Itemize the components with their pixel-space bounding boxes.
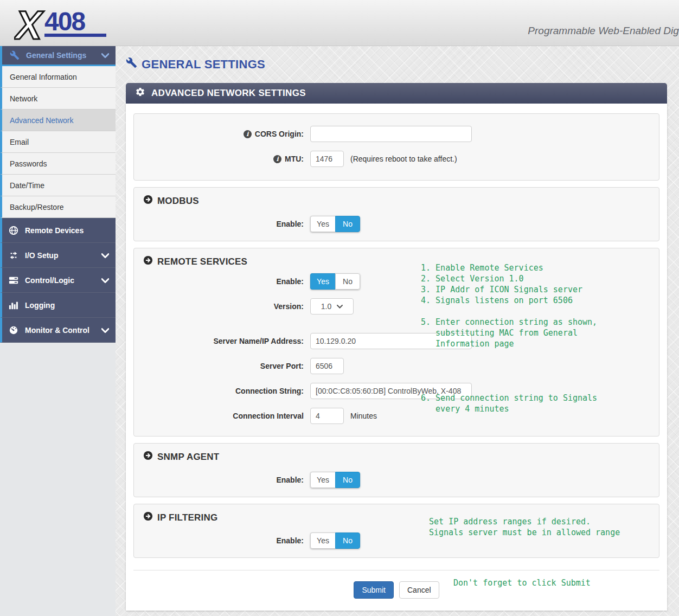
sidebar-item-label: General Settings bbox=[26, 51, 86, 60]
chevron-down-icon bbox=[101, 251, 109, 260]
sidebar-item-email[interactable]: Email bbox=[0, 131, 116, 153]
server-icon bbox=[9, 275, 18, 285]
ip-enable-label: Enable: bbox=[134, 536, 310, 545]
io-arrows-icon bbox=[9, 251, 18, 260]
sidebar: General Settings General Information Net… bbox=[0, 46, 116, 616]
sidebar-item-label: Network bbox=[10, 94, 37, 103]
sidebar-item-label: Advanced Network bbox=[10, 116, 74, 125]
wrench-icon bbox=[126, 57, 137, 72]
annotation-step-5: 5. Enter connection string as shown, sub… bbox=[421, 317, 597, 349]
snmp-enable-toggle: Yes No bbox=[310, 472, 360, 488]
sidebar-item-network[interactable]: Network bbox=[0, 88, 116, 110]
chevron-down-icon bbox=[337, 305, 343, 309]
bar-chart-icon bbox=[9, 300, 18, 310]
version-select[interactable]: 1.0 bbox=[310, 298, 354, 315]
sidebar-item-label: Date/Time bbox=[10, 181, 44, 190]
server-port-input[interactable] bbox=[310, 358, 344, 374]
chevron-down-icon bbox=[101, 326, 109, 335]
cancel-button[interactable]: Cancel bbox=[399, 581, 439, 599]
sidebar-item-io-setup[interactable]: I/O Setup bbox=[0, 243, 116, 268]
general-network-box: i CORS Origin: i MTU: (Requires reboot t… bbox=[133, 113, 659, 181]
product-tagline: Programmable Web-Enabled Digi bbox=[528, 25, 679, 37]
sidebar-item-general-information[interactable]: General Information bbox=[0, 66, 116, 88]
mtu-note: (Requires reboot to take affect.) bbox=[350, 155, 457, 163]
mtu-input[interactable] bbox=[310, 151, 344, 167]
ip-enable-yes[interactable]: Yes bbox=[310, 532, 335, 549]
panel-title-bar: ADVANCED NETWORK SETTINGS bbox=[126, 83, 667, 104]
modbus-enable-no[interactable]: No bbox=[335, 216, 360, 232]
remote-enable-label: Enable: bbox=[134, 277, 310, 286]
sidebar-item-label: I/O Setup bbox=[25, 251, 58, 260]
connection-string-label: Connection String: bbox=[134, 387, 310, 395]
gauge-icon bbox=[9, 325, 18, 335]
remote-enable-toggle: Yes No bbox=[310, 273, 360, 290]
modbus-enable-label: Enable: bbox=[134, 220, 310, 228]
snmp-enable-yes[interactable]: Yes bbox=[310, 472, 335, 488]
arrow-circle-right-icon bbox=[143, 255, 153, 268]
settings-card: i CORS Origin: i MTU: (Requires reboot t… bbox=[126, 104, 667, 611]
arrow-circle-right-icon bbox=[143, 511, 153, 524]
connection-interval-label: Connection Interval bbox=[134, 412, 310, 420]
sidebar-item-general-settings[interactable]: General Settings bbox=[0, 46, 116, 66]
top-header: X 408 Programmable Web-Enabled Digi bbox=[0, 0, 679, 46]
cors-origin-label: i CORS Origin: bbox=[134, 130, 310, 138]
snmp-heading: SNMP AGENT bbox=[134, 444, 659, 465]
modbus-enable-toggle: Yes No bbox=[310, 216, 360, 232]
interval-unit: Minutes bbox=[350, 412, 377, 420]
server-name-label: Server Name/IP Address: bbox=[134, 337, 310, 345]
ip-enable-no[interactable]: No bbox=[335, 532, 360, 549]
logo-x-glyph: X bbox=[14, 3, 44, 47]
version-label: Version: bbox=[134, 302, 310, 311]
server-port-label: Server Port: bbox=[134, 362, 310, 370]
info-icon[interactable]: i bbox=[244, 130, 252, 138]
sidebar-item-advanced-network[interactable]: Advanced Network bbox=[0, 110, 116, 131]
modbus-enable-yes[interactable]: Yes bbox=[310, 216, 335, 232]
remote-enable-yes[interactable]: Yes bbox=[310, 273, 335, 290]
sidebar-item-label: Passwords bbox=[10, 159, 47, 168]
connection-interval-input[interactable] bbox=[310, 408, 344, 424]
submit-button[interactable]: Submit bbox=[354, 581, 394, 599]
annotation-step-6: 6. Send connection string to Signals eve… bbox=[421, 393, 597, 414]
globe-icon bbox=[9, 226, 18, 235]
sidebar-item-remote-devices[interactable]: Remote Devices bbox=[0, 218, 116, 243]
sidebar-item-monitor-control[interactable]: Monitor & Control bbox=[0, 318, 116, 343]
sidebar-item-label: Logging bbox=[25, 301, 55, 310]
chevron-down-icon bbox=[101, 51, 109, 60]
main-content: GENERAL SETTINGS ADVANCED NETWORK SETTIN… bbox=[116, 46, 679, 611]
sidebar-item-label: General Information bbox=[10, 73, 77, 81]
annotation-submit-reminder: Don't forget to click Submit bbox=[453, 578, 591, 588]
logo-408-glyph: 408 bbox=[44, 7, 85, 36]
remote-enable-no[interactable]: No bbox=[335, 273, 360, 290]
gear-icon bbox=[135, 87, 145, 100]
ip-filtering-box: IP FILTERING Enable: Yes No Set IP addre… bbox=[133, 504, 659, 558]
wrench-icon bbox=[10, 50, 20, 60]
annotation-ip-filtering: Set IP address ranges if desired. Signal… bbox=[429, 516, 620, 538]
sidebar-item-label: Control/Logic bbox=[25, 276, 74, 285]
snmp-box: SNMP AGENT Enable: Yes No bbox=[133, 443, 659, 497]
arrow-circle-right-icon bbox=[143, 195, 153, 207]
sidebar-item-label: Email bbox=[10, 138, 29, 146]
sidebar-item-logging[interactable]: Logging bbox=[0, 293, 116, 318]
modbus-box: MODBUS Enable: Yes No bbox=[133, 187, 659, 241]
sidebar-item-label: Backup/Restore bbox=[10, 203, 64, 211]
sidebar-item-control-logic[interactable]: Control/Logic bbox=[0, 268, 116, 293]
sidebar-item-label: Remote Devices bbox=[25, 226, 84, 235]
annotation-steps-1-4: 1. Enable Remote Services 2. Select Vers… bbox=[421, 262, 582, 306]
sidebar-item-passwords[interactable]: Passwords bbox=[0, 153, 116, 175]
snmp-enable-no[interactable]: No bbox=[335, 472, 360, 488]
remote-services-box: REMOTE SERVICES Enable: Yes No Version: … bbox=[133, 248, 659, 437]
page-title: GENERAL SETTINGS bbox=[126, 57, 667, 72]
x408-logo: X 408 bbox=[14, 3, 117, 49]
sidebar-item-backup-restore[interactable]: Backup/Restore bbox=[0, 196, 116, 218]
form-footer: Submit Cancel Don't forget to click Subm… bbox=[133, 570, 659, 599]
chevron-down-icon bbox=[101, 276, 109, 285]
sidebar-item-label: Monitor & Control bbox=[25, 326, 89, 335]
ip-enable-toggle: Yes No bbox=[310, 532, 360, 549]
mtu-label: i MTU: bbox=[134, 155, 310, 163]
snmp-enable-label: Enable: bbox=[134, 476, 310, 484]
sidebar-item-date-time[interactable]: Date/Time bbox=[0, 175, 116, 196]
info-icon[interactable]: i bbox=[273, 155, 281, 163]
cors-origin-input[interactable] bbox=[310, 126, 472, 142]
arrow-circle-right-icon bbox=[143, 451, 153, 463]
modbus-heading: MODBUS bbox=[134, 188, 659, 209]
